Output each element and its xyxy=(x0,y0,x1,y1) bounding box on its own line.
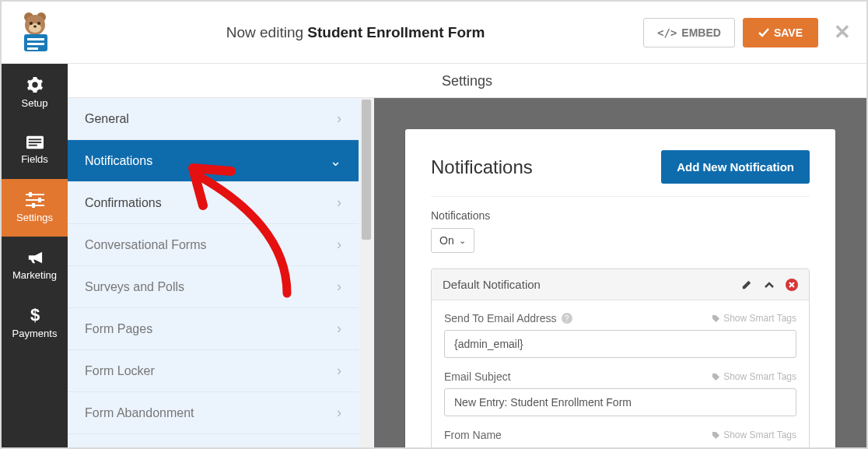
close-icon[interactable]: ✕ xyxy=(834,20,851,44)
save-button[interactable]: SAVE xyxy=(743,18,818,47)
settings-item-form-abandonment[interactable]: Form Abandonment › xyxy=(68,392,359,434)
page-title: Now editing Student Enrollment Form xyxy=(68,24,643,41)
svg-rect-16 xyxy=(26,199,44,201)
notification-card: Default Notification Send To Email Addre… xyxy=(431,268,810,447)
subject-label: Email Subject xyxy=(444,370,511,383)
settings-item-surveys[interactable]: Surveys and Polls › xyxy=(68,266,359,308)
svg-rect-18 xyxy=(29,192,32,197)
content-row: General › Notifications ⌄ Confirmations … xyxy=(68,98,866,447)
form-name: Student Enrollment Form xyxy=(307,24,485,40)
embed-label: EMBED xyxy=(681,26,721,39)
settings-item-general[interactable]: General › xyxy=(68,98,359,140)
tag-icon xyxy=(712,314,720,323)
settings-item-confirmations[interactable]: Confirmations › xyxy=(68,182,359,224)
nav-settings[interactable]: Settings xyxy=(2,179,68,237)
check-icon xyxy=(758,27,769,38)
vertical-nav: Setup Fields Settings Marketing $ Paymen… xyxy=(2,64,68,447)
panel-head: Notifications Add New Notification xyxy=(431,150,810,197)
save-label: SAVE xyxy=(774,26,803,39)
nav-payments-label: Payments xyxy=(12,328,58,339)
chevron-right-icon: › xyxy=(337,279,341,295)
svg-rect-13 xyxy=(28,142,41,143)
card-actions xyxy=(741,279,798,291)
notifications-panel: Notifications Add New Notification Notif… xyxy=(405,129,835,447)
svg-text:$: $ xyxy=(30,307,39,324)
list-icon xyxy=(26,135,44,149)
settings-item-conversational[interactable]: Conversational Forms › xyxy=(68,224,359,266)
svg-rect-9 xyxy=(27,43,44,45)
chevron-right-icon: › xyxy=(337,195,341,211)
chevron-right-icon: › xyxy=(337,110,341,127)
add-notification-button[interactable]: Add New Notification xyxy=(661,150,810,184)
svg-rect-20 xyxy=(32,203,35,208)
settings-item-form-pages[interactable]: Form Pages › xyxy=(68,308,359,350)
svg-rect-19 xyxy=(38,198,41,202)
tag-icon xyxy=(712,373,720,381)
settings-item-label: Confirmations xyxy=(85,196,162,210)
scrollbar-track[interactable] xyxy=(360,98,373,447)
pencil-icon[interactable] xyxy=(741,279,753,290)
chevron-right-icon: › xyxy=(337,237,341,253)
chevron-right-icon: › xyxy=(337,321,341,337)
nav-marketing[interactable]: Marketing xyxy=(2,237,68,294)
card-title: Default Notification xyxy=(443,278,541,291)
send-to-label: Send To Email Address ? xyxy=(444,312,572,324)
nav-setup[interactable]: Setup xyxy=(2,64,68,121)
svg-rect-8 xyxy=(27,38,44,40)
editing-prefix: Now editing xyxy=(226,24,308,40)
page-heading: Settings xyxy=(68,64,866,98)
nav-fields-label: Fields xyxy=(21,153,48,165)
settings-sidebar: General › Notifications ⌄ Confirmations … xyxy=(68,98,374,447)
settings-list: General › Notifications ⌄ Confirmations … xyxy=(68,98,359,434)
top-bar: Now editing Student Enrollment Form </> … xyxy=(2,2,866,64)
notifications-toggle[interactable]: On ⌄ xyxy=(431,228,474,253)
gear-icon xyxy=(26,76,44,93)
code-icon: </> xyxy=(657,26,677,39)
svg-point-4 xyxy=(30,22,33,25)
chevron-right-icon: › xyxy=(337,363,341,379)
chevron-up-icon[interactable] xyxy=(764,279,775,290)
settings-item-label: General xyxy=(85,112,129,126)
settings-item-notifications[interactable]: Notifications ⌄ xyxy=(68,140,359,182)
tag-icon xyxy=(712,431,720,440)
scrollbar-thumb[interactable] xyxy=(362,100,371,240)
settings-item-label: Surveys and Polls xyxy=(85,280,184,294)
settings-item-label: Form Abandonment xyxy=(85,406,194,420)
settings-item-label: Form Locker xyxy=(85,364,155,378)
megaphone-icon xyxy=(26,250,44,265)
card-body: Send To Email Address ? Show Smart Tags xyxy=(432,300,809,447)
toggle-label: Notifications xyxy=(431,209,810,222)
smart-tags-link[interactable]: Show Smart Tags xyxy=(712,313,796,324)
nav-payments[interactable]: $ Payments xyxy=(2,294,68,352)
svg-rect-14 xyxy=(28,145,37,146)
send-to-input[interactable] xyxy=(444,330,796,358)
chevron-right-icon: › xyxy=(337,405,341,421)
svg-point-6 xyxy=(33,25,37,27)
svg-rect-12 xyxy=(28,139,41,140)
smart-tags-link[interactable]: Show Smart Tags xyxy=(712,371,796,382)
app-logo xyxy=(2,2,68,64)
content-wrap: Settings General › Notifications ⌄ Confi… xyxy=(68,64,866,447)
settings-item-form-locker[interactable]: Form Locker › xyxy=(68,350,359,392)
help-icon[interactable]: ? xyxy=(562,313,572,324)
nav-setup-label: Setup xyxy=(22,97,48,109)
embed-button[interactable]: </> EMBED xyxy=(643,18,735,47)
from-name-label: From Name xyxy=(444,429,502,441)
smart-tags-link[interactable]: Show Smart Tags xyxy=(712,430,796,440)
main: Setup Fields Settings Marketing $ Paymen… xyxy=(2,64,866,447)
svg-rect-10 xyxy=(27,47,38,50)
chevron-down-icon: ⌄ xyxy=(459,236,466,246)
nav-fields[interactable]: Fields xyxy=(2,121,68,179)
panel-area: Notifications Add New Notification Notif… xyxy=(374,98,866,447)
dollar-icon: $ xyxy=(30,307,40,324)
delete-icon[interactable] xyxy=(786,279,798,291)
svg-point-5 xyxy=(37,22,40,25)
nav-marketing-label: Marketing xyxy=(12,269,57,281)
settings-item-label: Conversational Forms xyxy=(85,238,207,252)
settings-item-label: Notifications xyxy=(85,154,152,168)
chevron-down-icon: ⌄ xyxy=(330,153,341,170)
toggle-value: On xyxy=(439,234,454,247)
nav-settings-label: Settings xyxy=(16,212,53,223)
subject-input[interactable] xyxy=(444,388,796,416)
svg-rect-15 xyxy=(26,194,44,195)
